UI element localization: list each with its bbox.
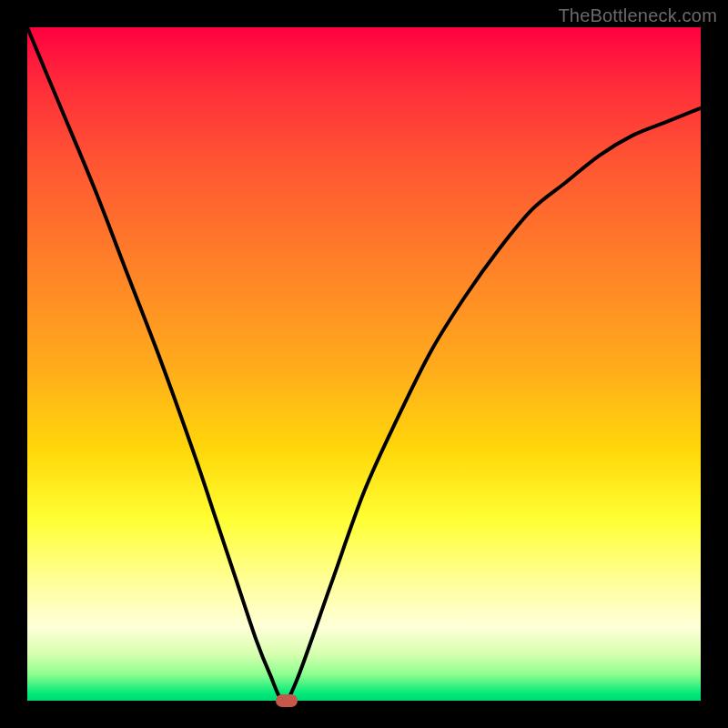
plot-area [27,27,701,701]
watermark-text: TheBottleneck.com [558,5,717,26]
chart-frame: TheBottleneck.com [0,0,728,728]
bottleneck-curve [27,27,701,701]
curve-svg [27,27,701,701]
optimal-point-marker [276,694,298,707]
